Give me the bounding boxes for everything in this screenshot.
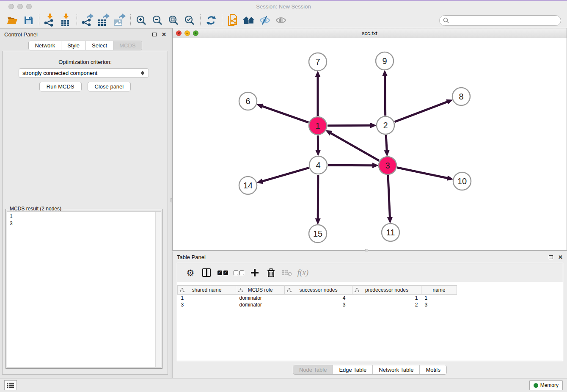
graph-node-3[interactable]: 3	[379, 157, 396, 174]
export-table-icon[interactable]	[96, 14, 112, 27]
cell-successor-nodes[interactable]: 4	[285, 295, 352, 301]
tab-style[interactable]: Style	[61, 41, 86, 50]
table-row[interactable]: 1 dominator 4 1 1	[178, 295, 457, 301]
edge-4-3[interactable]	[328, 165, 373, 166]
result-scrollbar[interactable]	[155, 212, 161, 367]
graph-node-15[interactable]: 15	[309, 225, 327, 243]
table-panel-tabs: Node Table Edge Table Network Table Moti…	[173, 365, 567, 375]
add-row-icon[interactable]	[247, 265, 263, 280]
window-title: Session: New Session	[0, 3, 567, 10]
import-network-icon[interactable]	[42, 14, 58, 27]
graph-node-10[interactable]: 10	[453, 172, 471, 190]
zoom-in-icon[interactable]	[133, 14, 149, 27]
zoom-selected-icon[interactable]	[182, 14, 198, 27]
svg-text:7: 7	[315, 57, 320, 66]
zoom-fit-icon[interactable]	[165, 14, 182, 27]
mcds-result-list[interactable]: 1 3	[7, 211, 161, 367]
edge-2-3[interactable]	[386, 135, 387, 151]
close-panel-button[interactable]: Close panel	[88, 82, 131, 91]
memory-button[interactable]: Memory	[529, 380, 563, 390]
deselect-all-icon[interactable]	[231, 265, 247, 280]
toolbar-separator	[77, 14, 77, 26]
edge-3-1[interactable]	[330, 133, 379, 160]
show-columns-icon[interactable]	[198, 265, 215, 280]
svg-text:8: 8	[459, 92, 463, 101]
edge-4-15[interactable]	[318, 175, 318, 219]
column-header-name[interactable]: name	[421, 286, 457, 295]
home-icon[interactable]	[241, 14, 257, 27]
column-header-predecessor-nodes[interactable]: predecessor nodes	[352, 286, 421, 295]
control-panel-title: Control Panel	[4, 31, 38, 38]
graph-node-6[interactable]: 6	[239, 92, 257, 110]
mcds-result-group: MCDS result (2 nodes) 1 3	[6, 209, 162, 369]
cell-name[interactable]: 1	[421, 295, 457, 301]
delete-icon[interactable]	[263, 265, 279, 280]
export-network-icon[interactable]	[80, 14, 96, 27]
graph-node-8[interactable]: 8	[452, 88, 470, 105]
edge-3-11[interactable]	[388, 175, 390, 218]
table-settings-gear-icon[interactable]: ⚙	[182, 265, 198, 280]
tab-network[interactable]: Network	[29, 41, 61, 50]
edge-2-8[interactable]	[395, 102, 448, 121]
control-panel: Control Panel ✕ Network Style Select MCD…	[0, 29, 171, 378]
network-canvas[interactable]: 7968124314101511	[173, 38, 567, 250]
float-table-panel-icon[interactable]	[549, 255, 553, 259]
graph-node-11[interactable]: 11	[382, 224, 399, 241]
edge-4-14[interactable]	[262, 168, 309, 181]
app-titlebar: Session: New Session	[0, 1, 567, 12]
list-icon	[7, 382, 14, 388]
table-panel-title: Table Panel	[177, 254, 206, 260]
close-panel-icon[interactable]: ✕	[162, 31, 166, 38]
float-panel-icon[interactable]	[152, 33, 157, 36]
graph-node-4[interactable]: 4	[309, 156, 327, 174]
import-table-icon[interactable]	[58, 14, 74, 27]
column-header-mcds-role[interactable]: MCDS role	[236, 286, 285, 295]
save-session-icon[interactable]	[20, 14, 36, 27]
hide-panels-icon[interactable]	[257, 14, 273, 27]
cell-predecessor-nodes[interactable]: 1	[352, 295, 421, 301]
graph-node-2[interactable]: 2	[377, 116, 394, 134]
search-icon	[443, 17, 449, 24]
column-header-shared-name[interactable]: shared name	[178, 286, 236, 295]
criterion-select[interactable]: strongly connected component	[19, 68, 149, 78]
edge-1-6[interactable]	[262, 106, 308, 123]
export-image-icon[interactable]	[112, 14, 128, 27]
edge-1-2[interactable]	[328, 125, 371, 126]
edge-2-9[interactable]	[385, 76, 385, 116]
table-row[interactable]: 3 dominator 3 2 3	[178, 301, 457, 308]
refresh-view-icon[interactable]	[203, 14, 219, 27]
svg-text:3: 3	[385, 161, 390, 170]
new-network-from-selection-icon[interactable]	[225, 14, 241, 27]
network-view-window: ✕ − + scc.txt 7968124314101511	[172, 28, 567, 251]
graph-node-7[interactable]: 7	[309, 53, 327, 71]
close-table-panel-icon[interactable]: ✕	[558, 254, 563, 260]
search-box[interactable]	[439, 15, 561, 26]
network-window-titlebar[interactable]: ✕ − + scc.txt	[173, 28, 567, 38]
tab-mcds[interactable]: MCDS	[113, 41, 141, 50]
task-history-button[interactable]	[4, 380, 17, 390]
tab-network-table[interactable]: Network Table	[373, 365, 420, 374]
cell-shared-name[interactable]: 3	[178, 301, 236, 308]
control-panel-tabs: Network Style Select MCDS	[0, 41, 171, 50]
cell-shared-name[interactable]: 1	[178, 295, 236, 301]
tab-select[interactable]: Select	[86, 41, 113, 50]
select-all-icon[interactable]: ✓✓	[215, 265, 231, 280]
tab-node-table[interactable]: Node Table	[293, 365, 333, 374]
search-input[interactable]	[449, 17, 561, 25]
cell-name[interactable]: 3	[421, 301, 457, 308]
zoom-out-icon[interactable]	[149, 14, 165, 27]
cell-mcds-role[interactable]: dominator	[236, 301, 285, 308]
cell-predecessor-nodes[interactable]: 2	[352, 301, 421, 308]
graph-node-1[interactable]: 1	[309, 117, 327, 135]
graph-node-14[interactable]: 14	[239, 177, 257, 194]
cell-successor-nodes[interactable]: 3	[285, 301, 352, 308]
column-header-successor-nodes[interactable]: successor nodes	[285, 286, 352, 295]
edge-3-10[interactable]	[397, 168, 448, 178]
run-mcds-button[interactable]: Run MCDS	[39, 82, 82, 91]
show-graphics-details-icon[interactable]	[273, 14, 289, 27]
open-file-icon[interactable]	[4, 14, 20, 27]
tab-motifs[interactable]: Motifs	[420, 365, 446, 374]
tab-edge-table[interactable]: Edge Table	[333, 365, 373, 374]
graph-node-9[interactable]: 9	[376, 52, 394, 70]
cell-mcds-role[interactable]: dominator	[236, 295, 285, 301]
